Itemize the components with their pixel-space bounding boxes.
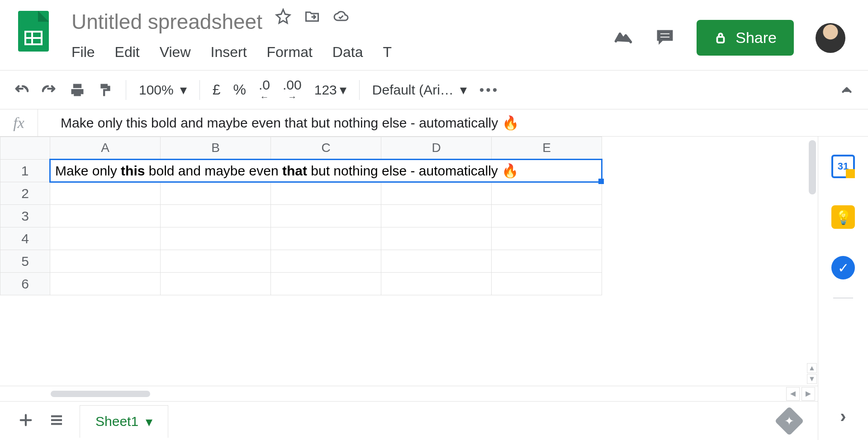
menu-view[interactable]: View — [160, 44, 191, 61]
cell[interactable] — [492, 250, 602, 273]
fx-icon[interactable]: fx — [0, 109, 38, 136]
scroll-left-button[interactable]: ◄ — [786, 387, 800, 401]
calendar-addon-icon[interactable]: 31 — [831, 155, 855, 178]
cell[interactable] — [271, 227, 381, 250]
zoom-selector[interactable]: 100% ▾ — [139, 82, 187, 98]
cell[interactable] — [271, 273, 381, 295]
header-right: Share — [613, 8, 850, 56]
cell[interactable] — [492, 182, 602, 205]
cell[interactable] — [161, 273, 271, 295]
menu-tools-truncated[interactable]: T — [383, 44, 392, 61]
redo-button[interactable] — [42, 82, 57, 98]
cell[interactable] — [50, 250, 161, 273]
svg-rect-3 — [52, 416, 62, 417]
cell[interactable] — [381, 205, 492, 227]
horizontal-scroll-row: ◄ ► — [0, 386, 818, 401]
show-side-panel-button[interactable]: › — [840, 406, 846, 426]
grid-area: A B C D E 1 Make only this bold and mayb… — [0, 137, 818, 440]
menu-file[interactable]: File — [71, 44, 95, 61]
document-title[interactable]: Untitled spreadsheet — [71, 9, 262, 34]
column-header-b[interactable]: B — [161, 137, 271, 160]
chevron-down-icon: ▾ — [180, 82, 187, 98]
font-selector[interactable]: Default (Ari… ▾ — [372, 82, 467, 98]
more-tools-button[interactable]: ••• — [479, 82, 499, 98]
sheet-tab-label: Sheet1 — [95, 414, 138, 429]
scroll-right-button[interactable]: ► — [802, 387, 815, 401]
side-panel: 31 💡 ✓ › — [818, 137, 868, 440]
cell[interactable] — [381, 227, 492, 250]
collapse-toolbar-button[interactable] — [839, 82, 854, 98]
vertical-scroll-arrows[interactable]: ▲▼ — [807, 363, 817, 384]
menu-bar: File Edit View Insert Format Data T — [71, 44, 392, 61]
column-header-d[interactable]: D — [381, 137, 492, 160]
row-header-5[interactable]: 5 — [0, 250, 50, 273]
activity-icon[interactable] — [613, 27, 633, 49]
row-header-3[interactable]: 3 — [0, 205, 50, 227]
cell[interactable] — [492, 205, 602, 227]
cell[interactable] — [50, 182, 161, 205]
chevron-down-icon[interactable]: ▾ — [146, 414, 152, 430]
vertical-scrollbar[interactable] — [809, 140, 816, 194]
sheets-logo-icon — [18, 11, 49, 52]
menu-edit[interactable]: Edit — [115, 44, 140, 61]
sheet-tab-sheet1[interactable]: Sheet1 ▾ — [80, 405, 168, 438]
column-header-a[interactable]: A — [50, 137, 161, 160]
app-header: Untitled spreadsheet File Edit View Inse… — [0, 0, 868, 71]
cell[interactable] — [271, 250, 381, 273]
cell[interactable] — [50, 273, 161, 295]
cell[interactable] — [492, 273, 602, 295]
select-all-corner[interactable] — [0, 137, 50, 160]
menu-format[interactable]: Format — [267, 44, 313, 61]
cell[interactable] — [161, 205, 271, 227]
column-header-c[interactable]: C — [271, 137, 381, 160]
cell[interactable] — [161, 250, 271, 273]
menu-data[interactable]: Data — [332, 44, 363, 61]
format-percent-button[interactable]: % — [233, 81, 246, 98]
share-button-label: Share — [735, 29, 777, 47]
cell[interactable] — [161, 227, 271, 250]
chevron-down-icon: ▾ — [340, 82, 346, 98]
share-button[interactable]: Share — [697, 20, 794, 56]
cell[interactable] — [50, 205, 161, 227]
cell[interactable] — [381, 250, 492, 273]
column-header-e[interactable]: E — [492, 137, 602, 160]
keep-addon-icon[interactable]: 💡 — [831, 205, 855, 229]
row-header-1[interactable]: 1 — [0, 160, 50, 182]
all-sheets-button[interactable] — [49, 412, 64, 430]
paint-format-button[interactable] — [98, 82, 113, 98]
cloud-status-icon[interactable] — [333, 8, 349, 26]
cell[interactable] — [50, 227, 161, 250]
comments-icon[interactable] — [655, 27, 675, 49]
cell[interactable] — [271, 205, 381, 227]
row-header-4[interactable]: 4 — [0, 227, 50, 250]
increase-decimal-button[interactable]: .00→ — [283, 80, 302, 100]
move-folder-icon[interactable] — [304, 8, 320, 26]
title-area: Untitled spreadsheet File Edit View Inse… — [71, 8, 392, 61]
menu-insert[interactable]: Insert — [210, 44, 247, 61]
star-icon[interactable] — [275, 8, 291, 26]
cell[interactable] — [381, 182, 492, 205]
account-avatar[interactable] — [816, 23, 845, 53]
row-header-2[interactable]: 2 — [0, 182, 50, 205]
cell[interactable] — [161, 182, 271, 205]
horizontal-scrollbar[interactable] — [51, 391, 150, 397]
undo-button[interactable] — [14, 82, 29, 98]
formula-input[interactable]: Make only this bold and maybe even that … — [38, 115, 519, 131]
row-header-6[interactable]: 6 — [0, 273, 50, 295]
print-button[interactable] — [70, 82, 85, 98]
toolbar: 100% ▾ £ % .0← .00→ 123▾ Default (Ari… ▾… — [0, 71, 868, 109]
decrease-decimal-button[interactable]: .0← — [259, 80, 270, 100]
cell[interactable] — [381, 273, 492, 295]
tasks-addon-icon[interactable]: ✓ — [831, 256, 855, 279]
cell[interactable] — [492, 227, 602, 250]
more-formats-button[interactable]: 123▾ — [314, 82, 346, 98]
add-sheet-button[interactable] — [18, 412, 33, 430]
svg-rect-5 — [52, 423, 62, 425]
explore-button[interactable]: ✦ — [779, 411, 800, 431]
cell-a1[interactable]: Make only this bold and maybe even that … — [50, 160, 602, 182]
zoom-value: 100% — [139, 82, 174, 98]
svg-rect-2 — [717, 37, 724, 43]
spreadsheet-grid[interactable]: A B C D E 1 Make only this bold and mayb… — [0, 137, 602, 295]
format-currency-button[interactable]: £ — [213, 81, 221, 98]
cell[interactable] — [271, 182, 381, 205]
